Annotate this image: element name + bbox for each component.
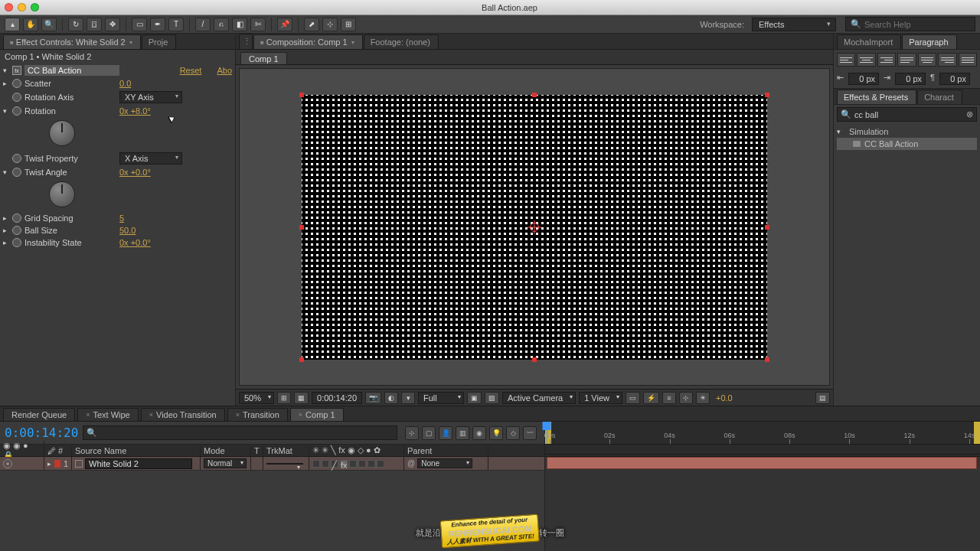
mode-column-header[interactable]: Mode [201, 446, 251, 455]
composition-viewer[interactable] [239, 68, 830, 386]
twirl-icon[interactable]: ▸ [3, 227, 11, 234]
layer-row[interactable]: ▸1 White Solid 2 Normal ╱fx @None [0, 457, 544, 471]
close-icon[interactable]: × [299, 411, 302, 419]
tab-mochaimport[interactable]: MochaImport [837, 34, 901, 49]
prop-grid-spacing-value[interactable]: 5 [119, 214, 232, 223]
puppet-tool[interactable]: 📌 [277, 18, 292, 31]
brush-tool[interactable]: / [195, 18, 211, 31]
stopwatch-icon[interactable] [12, 106, 21, 116]
timeline-timecode[interactable]: 0:00:14:20 [5, 425, 78, 440]
roto-tool[interactable]: ✄ [250, 18, 266, 31]
show-channel-icon[interactable]: ◐ [384, 392, 398, 404]
timeline-tab[interactable]: ×Text Wipe [77, 408, 139, 421]
exposure-value[interactable]: +0.0 [713, 393, 736, 403]
layer-color-label[interactable] [54, 460, 60, 468]
parent-column-header[interactable]: Parent [404, 446, 488, 455]
selection-handle[interactable] [765, 93, 769, 97]
align-right-button[interactable] [877, 53, 896, 67]
tab-paragraph[interactable]: Paragraph [902, 34, 956, 49]
effect-name[interactable]: CC Ball Action [24, 65, 119, 76]
pickwhip-icon[interactable]: @ [407, 459, 415, 468]
panel-menu-icon[interactable]: ▤ [815, 392, 830, 404]
color-mgmt-icon[interactable]: ▾ [401, 392, 415, 404]
stopwatch-icon[interactable] [12, 238, 21, 247]
parent-dropdown[interactable]: None [417, 458, 472, 468]
twirl-icon[interactable]: ▸ [3, 80, 11, 87]
tab-footage[interactable]: Footage: (none) [364, 34, 439, 49]
hand-tool[interactable]: ✋ [23, 18, 38, 31]
auto-keyframe-icon[interactable]: ◇ [506, 426, 520, 440]
effects-search-input[interactable] [854, 110, 963, 119]
trkmat-dropdown[interactable] [266, 463, 303, 465]
pan-behind-tool[interactable]: ✥ [105, 18, 120, 31]
indent-first-value[interactable]: 0 px [939, 73, 970, 85]
stopwatch-icon[interactable] [12, 226, 21, 235]
visibility-toggle[interactable] [3, 459, 12, 468]
fx-enable-checkbox[interactable] [12, 66, 21, 75]
grid-toggle-icon[interactable]: ⊞ [277, 392, 291, 404]
rotation-axis-dropdown[interactable]: XY Axis [119, 91, 182, 103]
twirl-icon[interactable]: ▾ [3, 67, 11, 74]
rotation-tool[interactable]: ↻ [68, 18, 83, 31]
graph-editor-icon[interactable]: 〰 [523, 426, 537, 440]
layer-switches[interactable]: ╱fx [309, 457, 404, 470]
clear-search-icon[interactable]: ⊗ [966, 109, 973, 119]
frame-blend-icon[interactable]: ▥ [456, 426, 469, 440]
selection-handle[interactable] [765, 357, 769, 362]
twirl-icon[interactable]: ▸ [3, 239, 11, 246]
timeline-tab[interactable]: ×Comp 1 [290, 408, 344, 421]
tab-effect-controls[interactable]: ■Effect Controls: White Solid 2▾ [3, 34, 141, 49]
transparency-grid-icon[interactable]: ▨ [485, 392, 499, 404]
camera-tool[interactable]: ⌼ [87, 18, 102, 31]
pixel-aspect-icon[interactable]: ▭ [626, 392, 640, 404]
twirl-icon[interactable]: ▸ [47, 460, 53, 468]
prop-ball-size-value[interactable]: 50.0 [119, 226, 232, 235]
selection-handle[interactable] [765, 225, 769, 230]
window-close-button[interactable] [5, 3, 13, 11]
rect-tool[interactable]: ▭ [132, 18, 147, 31]
tab-character[interactable]: Charact [917, 90, 962, 104]
exposure-reset-icon[interactable]: ☀ [696, 392, 710, 404]
workspace-dropdown[interactable]: Effects [752, 18, 836, 31]
comp-mini-flowchart-icon[interactable]: ⊹ [405, 426, 419, 440]
twist-property-dropdown[interactable]: X Axis [119, 152, 182, 165]
stopwatch-icon[interactable] [12, 79, 21, 88]
local-axis-icon[interactable]: ⬈ [304, 18, 319, 31]
prop-instability-value[interactable]: 0x +0.0° [119, 238, 232, 247]
prop-scatter-value[interactable]: 0.0 [119, 79, 232, 88]
align-center-button[interactable] [857, 53, 875, 67]
selection-handle[interactable] [532, 93, 537, 97]
twirl-icon[interactable]: ▸ [3, 214, 11, 222]
justify-left-button[interactable] [897, 53, 916, 67]
pen-tool[interactable]: ✒ [150, 18, 165, 31]
align-left-button[interactable] [837, 53, 855, 67]
tab-effects-presets[interactable]: Effects & Presets [837, 90, 916, 104]
timeline-icon[interactable]: ≡ [662, 392, 676, 404]
name-column-header[interactable]: Source Name [72, 446, 201, 455]
views-dropdown[interactable]: 1 View [579, 392, 622, 404]
indent-right-value[interactable]: 0 px [895, 73, 926, 85]
justify-center-button[interactable] [918, 53, 936, 67]
twirl-icon[interactable]: ▾ [3, 168, 11, 176]
selection-handle[interactable] [532, 357, 537, 362]
justify-all-button[interactable] [959, 53, 977, 67]
prop-rotation-value[interactable]: 0x +8.0° [119, 106, 232, 116]
stopwatch-icon[interactable] [12, 93, 21, 102]
layer-duration-bar[interactable] [547, 457, 977, 469]
search-help-field[interactable]: 🔍 [845, 17, 975, 31]
eraser-tool[interactable]: ◧ [232, 18, 247, 31]
clone-tool[interactable]: ⎌ [214, 18, 229, 31]
blend-mode-dropdown[interactable]: Normal [204, 458, 247, 468]
stopwatch-icon[interactable] [12, 168, 21, 177]
timeline-search[interactable]: 🔍 [83, 425, 397, 440]
zoom-tool[interactable]: 🔍 [41, 18, 57, 31]
comp-flowchart-icon[interactable]: ⊹ [679, 392, 693, 404]
trkmat-column-header[interactable]: TrkMat [263, 446, 309, 455]
effects-category[interactable]: ▾Simulation [837, 126, 977, 138]
roi-icon[interactable]: ▣ [467, 392, 482, 404]
current-time-display[interactable]: 0:00:14:20 [312, 392, 362, 404]
reset-link[interactable]: Reset [180, 66, 202, 75]
search-help-input[interactable] [864, 20, 970, 29]
twirl-icon[interactable]: ▾ [3, 107, 11, 115]
comp-nav-tab[interactable]: Comp 1 [240, 52, 287, 64]
